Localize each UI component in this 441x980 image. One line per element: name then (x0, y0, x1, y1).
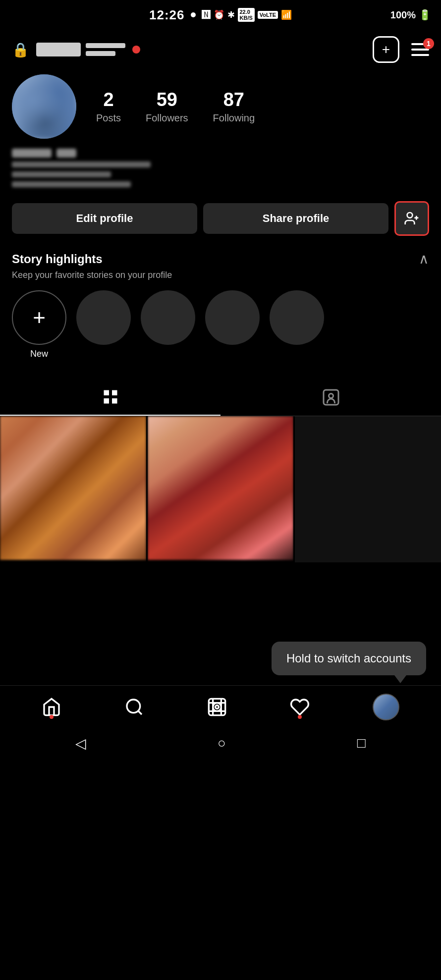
heart-icon (290, 697, 310, 717)
profile-section: 2 Posts 59 Followers 87 Following (0, 69, 441, 187)
new-highlight-label: New (30, 349, 48, 359)
chevron-up-icon[interactable]: ∧ (419, 251, 429, 267)
back-button[interactable]: ◁ (75, 735, 86, 752)
search-nav-button[interactable] (124, 697, 144, 717)
svg-rect-4 (112, 390, 117, 396)
bio-line-3 (12, 181, 131, 187)
highlights-subtitle: Keep your favorite stories on your profi… (12, 270, 429, 280)
recent-apps-button[interactable]: □ (357, 735, 366, 751)
highlight-item-4 (270, 290, 324, 359)
system-nav: ◁ ○ □ (0, 728, 441, 759)
avatar[interactable] (12, 74, 76, 139)
content-tabs (0, 379, 441, 416)
avatar-image (12, 74, 76, 139)
data-speed-icon: 22.0KB/S (238, 8, 255, 22)
reels-nav-button[interactable] (207, 697, 227, 717)
plus-icon: + (33, 305, 46, 330)
svg-line-10 (138, 710, 142, 714)
lock-icon: 🔒 (12, 42, 29, 58)
svg-rect-11 (209, 699, 225, 715)
username-display (12, 149, 429, 158)
profile-top: 2 Posts 59 Followers 87 Following (12, 74, 429, 139)
post-image-1 (0, 416, 146, 560)
grid-item-3[interactable] (295, 416, 441, 562)
home-active-dot (50, 715, 54, 719)
notification-badge: 1 (423, 38, 434, 49)
highlight-circle-4[interactable] (270, 290, 324, 345)
add-content-button[interactable]: + (373, 36, 399, 63)
svg-point-12 (213, 703, 221, 711)
home-nav-button[interactable] (42, 697, 61, 717)
signal-icon: 📶 (281, 9, 292, 20)
bluetooth-icon: ✱ (227, 9, 235, 20)
photo-grid (0, 416, 441, 562)
activity-nav-button[interactable] (290, 697, 310, 717)
menu-button[interactable]: 1 (411, 43, 429, 56)
action-buttons: Edit profile Share profile (0, 191, 441, 246)
grid-item-2[interactable] (148, 416, 294, 562)
status-time: 12:26 (149, 7, 185, 23)
activity-active-dot (298, 715, 302, 719)
search-icon (124, 697, 144, 717)
following-count: 87 (223, 89, 244, 110)
posts-stat[interactable]: 2 Posts (96, 89, 121, 124)
following-stat[interactable]: 87 Following (213, 89, 255, 124)
svg-point-0 (407, 213, 413, 218)
bio-section (12, 162, 429, 187)
username-rect-placeholder (36, 43, 81, 56)
new-highlight-button[interactable]: + (12, 290, 66, 345)
stats-row: 2 Posts 59 Followers 87 Following (96, 89, 255, 124)
svg-point-9 (127, 700, 140, 713)
followers-stat[interactable]: 59 Followers (146, 89, 188, 124)
edit-profile-button[interactable]: Edit profile (12, 203, 197, 234)
highlights-title: Story highlights (12, 252, 103, 266)
status-icons: 🅽 ⏰ ✱ 22.0KB/S VoLTE 📶 (202, 8, 292, 22)
plus-icon: + (382, 42, 390, 57)
highlight-circle-2[interactable] (141, 290, 195, 345)
bio-line-1 (12, 162, 151, 167)
svg-rect-3 (104, 390, 109, 396)
battery-percent: 100% (390, 9, 416, 21)
tab-tagged[interactable] (220, 379, 441, 416)
tagged-icon (322, 388, 340, 406)
svg-point-13 (216, 705, 219, 708)
username-text-blurred (12, 149, 52, 158)
bio-line-2 (12, 171, 111, 177)
status-right: 100% 🔋 (390, 9, 431, 21)
switch-accounts-tooltip: Hold to switch accounts (272, 642, 426, 675)
top-nav: 🔒 + 1 (0, 30, 441, 69)
nav-left: 🔒 (12, 42, 140, 58)
posts-count: 2 (103, 89, 113, 110)
status-dot (191, 12, 196, 17)
svg-point-8 (329, 394, 333, 398)
highlight-item-1 (76, 290, 131, 359)
highlight-circle-3[interactable] (205, 290, 260, 345)
svg-rect-6 (112, 398, 117, 404)
menu-line-2 (411, 49, 429, 51)
username-line-1 (86, 43, 125, 48)
add-friend-button[interactable] (394, 201, 429, 236)
home-system-button[interactable]: ○ (218, 735, 226, 751)
followers-count: 59 (157, 89, 177, 110)
username-line-2 (86, 51, 115, 56)
status-bar: 12:26 🅽 ⏰ ✱ 22.0KB/S VoLTE 📶 100% 🔋 (0, 0, 441, 30)
highlights-header: Story highlights ∧ (12, 251, 429, 267)
highlight-item-2 (141, 290, 195, 359)
new-highlight-item: + New (12, 290, 66, 359)
username-suffix-blurred (56, 149, 76, 158)
grid-item-1[interactable] (0, 416, 146, 562)
following-label: Following (213, 112, 255, 124)
menu-line-3 (411, 54, 429, 56)
tooltip-container: Hold to switch accounts (0, 632, 441, 685)
followers-label: Followers (146, 112, 188, 124)
post-image-2 (148, 416, 294, 560)
share-profile-button[interactable]: Share profile (203, 203, 388, 234)
highlight-circle-1[interactable] (76, 290, 131, 345)
alarm-icon: ⏰ (214, 9, 224, 20)
tab-grid[interactable] (0, 379, 220, 416)
highlight-item-3 (205, 290, 260, 359)
nfc-icon: 🅽 (202, 10, 211, 20)
profile-nav-button[interactable] (373, 694, 399, 720)
bottom-nav (0, 685, 441, 728)
tooltip-text: Hold to switch accounts (286, 652, 411, 665)
